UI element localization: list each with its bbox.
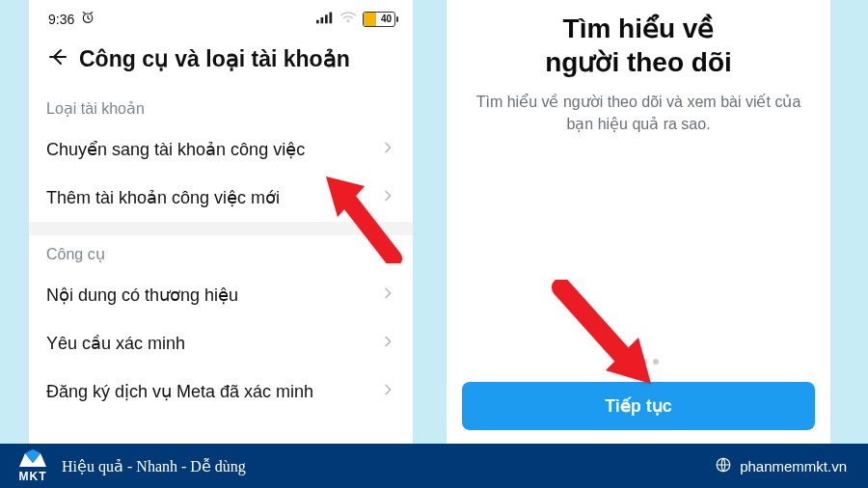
onboarding-title: Tìm hiểu về người theo dõi (474, 12, 803, 79)
svg-rect-4 (330, 13, 333, 24)
back-arrow-icon[interactable] (46, 45, 69, 72)
row-add-business[interactable]: Thêm tài khoản công việc mới (29, 174, 413, 222)
page-indicator (462, 359, 815, 365)
status-bar: 9:36 (29, 0, 413, 32)
brand-domain: phanmemmkt.vn (740, 458, 847, 474)
globe-icon (715, 456, 732, 476)
row-switch-business[interactable]: Chuyển sang tài khoản công việc (29, 125, 413, 174)
page-dot (630, 359, 636, 365)
chevron-right-icon (380, 188, 395, 208)
row-label: Đăng ký dịch vụ Meta đã xác minh (46, 381, 313, 402)
brand-name: MKT (19, 471, 47, 482)
battery-indicator: 40 (363, 12, 395, 27)
svg-rect-1 (316, 20, 319, 24)
brand-footer: MKT Hiệu quả - Nhanh - Dễ dùng phanmemmk… (0, 444, 868, 488)
row-request-verify[interactable]: Yêu cầu xác minh (29, 319, 413, 367)
section-label-tools: Công cụ (29, 235, 413, 271)
alarm-icon (80, 10, 95, 28)
row-label: Nội dung có thương hiệu (46, 285, 238, 306)
continue-button[interactable]: Tiếp tục (462, 382, 815, 430)
row-label: Yêu cầu xác minh (46, 333, 185, 354)
row-meta-verified[interactable]: Đăng ký dịch vụ Meta đã xác minh (29, 367, 413, 416)
page-dot-active (618, 359, 624, 365)
page-dot (641, 359, 647, 365)
status-time: 9:36 (48, 12, 74, 27)
row-label: Chuyển sang tài khoản công việc (46, 139, 305, 160)
onboarding-subtitle: Tìm hiểu về người theo dõi và xem bài vi… (474, 91, 803, 135)
row-label: Thêm tài khoản công việc mới (46, 187, 280, 208)
brand-tagline: Hiệu quả - Nhanh - Dễ dùng (62, 457, 246, 475)
screen-settings: 9:36 (29, 0, 413, 444)
row-branded-content[interactable]: Nội dung có thương hiệu (29, 271, 413, 319)
chevron-right-icon (380, 285, 395, 306)
signal-icon (316, 11, 334, 27)
chevron-right-icon (380, 382, 395, 402)
section-divider (29, 222, 413, 235)
screen-onboarding: Tìm hiểu về người theo dõi Tìm hiểu về n… (447, 0, 830, 444)
section-label-account-type: Loại tài khoản (29, 90, 413, 125)
wifi-icon (339, 11, 357, 27)
chevron-right-icon (380, 334, 395, 354)
chevron-right-icon (380, 140, 395, 160)
svg-rect-2 (321, 17, 324, 23)
brand-logo: MKT (17, 449, 48, 482)
page-dot (653, 359, 659, 365)
svg-rect-3 (325, 14, 328, 23)
page-title: Công cụ và loại tài khoản (79, 46, 350, 72)
svg-point-5 (347, 19, 350, 22)
